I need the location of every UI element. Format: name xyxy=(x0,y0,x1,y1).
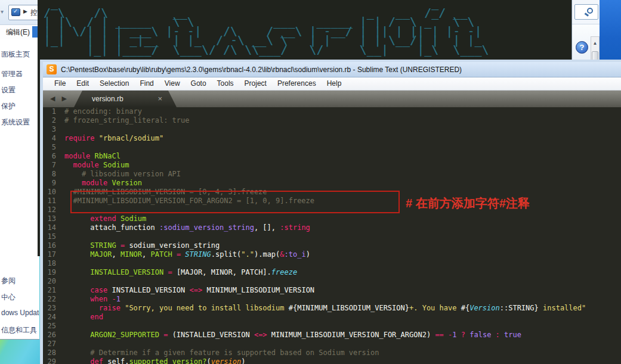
sidebar-link[interactable]: 设置 xyxy=(1,85,16,95)
code-line[interactable]: 14 attach_function :sodium_version_strin… xyxy=(43,223,621,232)
menu-item-preferences[interactable]: Preferences xyxy=(272,77,322,88)
line-number: 21 xyxy=(43,286,64,295)
address-bar: ▾ ▶ 控 xyxy=(0,0,39,25)
sublime-logo-icon: S xyxy=(47,64,57,74)
control-panel-icon xyxy=(11,8,20,16)
line-number: 13 xyxy=(43,214,64,223)
code-line[interactable]: 29 def self.supported_version?(version) xyxy=(43,357,621,364)
menu-item-project[interactable]: Project xyxy=(239,77,272,88)
code-line[interactable]: 20 xyxy=(43,277,621,286)
code-line[interactable]: 28 # Determine if a given feature is sup… xyxy=(43,349,621,357)
line-number: 17 xyxy=(43,250,64,259)
window-title: C:\PentestBox\base\ruby\lib\ruby\gems\2.… xyxy=(61,66,462,74)
scroll-up-icon[interactable]: ▲ xyxy=(591,37,599,46)
line-number: 12 xyxy=(43,206,64,214)
menu-item-view[interactable]: View xyxy=(159,77,186,88)
line-number: 18 xyxy=(43,259,64,268)
explorer-right-panel: ? ▲ xyxy=(571,0,600,62)
line-number: 23 xyxy=(43,304,64,313)
code-line[interactable]: 7 module Sodium xyxy=(43,161,621,170)
code-line[interactable]: 13 extend Sodium xyxy=(43,214,621,223)
screen: ▾ ▶ 控 编辑(E) 面板主页管理器设置保护系统设置参阅中心dows Upda… xyxy=(0,0,621,364)
line-number: 24 xyxy=(43,313,64,322)
code-line[interactable]: 4require "rbnacl/sodium" xyxy=(43,134,621,143)
code-line[interactable]: 23 raise "Sorry, you need to install lib… xyxy=(43,304,621,313)
line-number: 7 xyxy=(43,161,64,170)
code-line[interactable]: 27 xyxy=(43,340,621,349)
menu-item-edit[interactable]: 编辑(E) xyxy=(6,27,30,38)
code-line[interactable]: 5 xyxy=(43,143,621,152)
sidebar-link[interactable]: 系统设置 xyxy=(1,117,30,127)
line-number: 8 xyxy=(43,170,64,179)
sidebar-link[interactable]: 面板主页 xyxy=(1,49,30,60)
code-line[interactable]: 17 MAJOR, MINOR, PATCH = STRING.split(".… xyxy=(43,250,621,259)
line-number: 11 xyxy=(43,197,64,206)
title-bar[interactable]: S C:\PentestBox\base\ruby\lib\ruby\gems\… xyxy=(43,62,621,77)
line-number: 22 xyxy=(43,295,64,304)
tab-version-rb[interactable]: version.rb × xyxy=(74,91,177,107)
help-button[interactable]: ? xyxy=(576,41,588,54)
line-number: 10 xyxy=(43,188,64,197)
line-number: 29 xyxy=(43,357,64,364)
menu-item-file[interactable]: File xyxy=(49,77,71,88)
menu-item-goto[interactable]: Goto xyxy=(186,77,212,88)
code-line[interactable]: 9 module Version xyxy=(43,179,621,188)
code-line[interactable]: 22 when -1 xyxy=(43,295,621,304)
code-line[interactable]: 25 xyxy=(43,322,621,331)
menu-item-tools[interactable]: Tools xyxy=(212,77,239,88)
code-line[interactable]: 8 # libsodium version API xyxy=(43,170,621,179)
line-number: 5 xyxy=(43,143,64,152)
chevron-down-icon[interactable]: ▾ xyxy=(1,8,4,15)
line-number: 16 xyxy=(43,241,64,250)
line-number: 9 xyxy=(43,179,64,188)
line-number: 26 xyxy=(43,331,64,340)
sidebar-link[interactable]: 保护 xyxy=(1,101,16,111)
code-line[interactable]: 16 STRING = sodium_version_string xyxy=(43,241,621,250)
search-input[interactable] xyxy=(574,4,598,20)
code-line[interactable]: 21 case INSTALLED_VERSION <=> MINIMUM_LI… xyxy=(43,286,621,295)
menu-item-selection[interactable]: Selection xyxy=(94,77,134,88)
sidebar-link[interactable]: 管理器 xyxy=(1,69,23,79)
code-line[interactable]: 6module RbNaCl xyxy=(43,152,621,161)
line-number: 1 xyxy=(43,107,64,116)
background-window-edge xyxy=(600,0,621,62)
line-number: 14 xyxy=(43,223,64,232)
line-number: 15 xyxy=(43,232,64,241)
breadcrumb[interactable]: ▶ 控 xyxy=(8,5,39,20)
code-line[interactable]: 3 xyxy=(43,125,621,134)
code-line[interactable]: 19 INSTALLED_VERSION = [MAJOR, MINOR, PA… xyxy=(43,268,621,277)
see-also-link[interactable]: dows Update xyxy=(1,309,39,317)
control-panel-menubar: 编辑(E) xyxy=(0,25,39,39)
line-number: 25 xyxy=(43,322,64,331)
line-number: 27 xyxy=(43,340,64,349)
line-number: 2 xyxy=(43,116,64,125)
code-line[interactable]: 26 ARGON2_SUPPORTED = (INSTALLED_VERSION… xyxy=(43,331,621,340)
annotation-text: # 在前方添加字符#注释 xyxy=(406,195,530,211)
breadcrumb-arrow-icon: ▶ xyxy=(23,8,27,14)
line-number: 3 xyxy=(43,125,64,134)
menu-item-find[interactable]: Find xyxy=(134,77,159,88)
metasploit-ascii-banner: _ _ / \ /\ __ _ __ /_/ __ | |\ / | _____… xyxy=(44,0,489,54)
line-number: 19 xyxy=(43,268,64,277)
code-line[interactable]: 24 end xyxy=(43,313,621,322)
code-line[interactable]: 15 xyxy=(43,232,621,241)
explorer-command-bar: ? ▲ xyxy=(572,24,600,62)
code-line[interactable]: 1# encoding: binary xyxy=(43,107,621,116)
sublime-menubar: FileEditSelectionFindViewGotoToolsProjec… xyxy=(43,77,621,91)
code-editor[interactable]: 1# encoding: binary2# frozen_string_lite… xyxy=(43,107,621,364)
line-number: 28 xyxy=(43,349,64,357)
menu-item-edit[interactable]: Edit xyxy=(71,77,94,88)
see-also-link[interactable]: 中心 xyxy=(1,293,16,303)
code-line[interactable]: 18 xyxy=(43,259,621,268)
code-line[interactable]: 2# frozen_string_literal: true xyxy=(43,116,621,125)
tab-nav-arrows[interactable]: ◀ ▶ xyxy=(50,95,69,102)
annotation-highlight-box xyxy=(70,191,400,213)
line-number: 6 xyxy=(43,152,64,161)
search-icon xyxy=(587,8,593,14)
tab-label: version.rb xyxy=(92,95,123,103)
see-also-link[interactable]: 参阅 xyxy=(1,276,16,286)
menu-item-help[interactable]: Help xyxy=(322,77,347,88)
close-icon[interactable]: × xyxy=(157,94,162,103)
line-number: 20 xyxy=(43,277,64,286)
see-also-link[interactable]: 信息和工具 xyxy=(1,325,37,335)
